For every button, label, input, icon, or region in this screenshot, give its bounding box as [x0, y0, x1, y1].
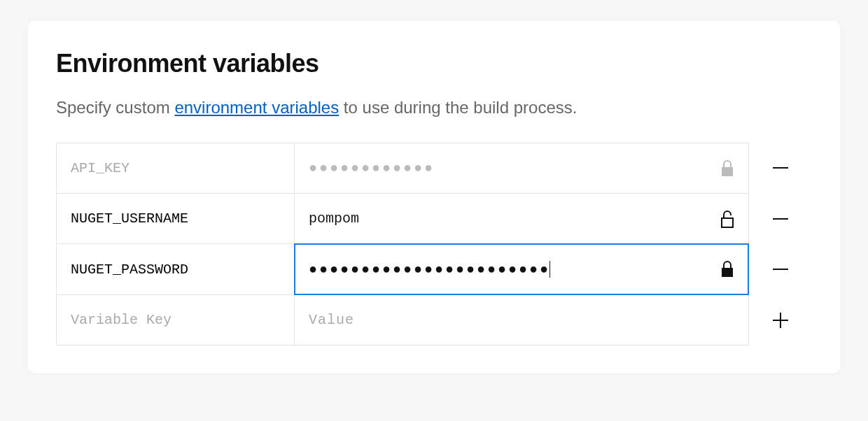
svg-rect-2: [722, 268, 733, 277]
env-vars-table: API_KEY ●●●●●●●●●●●● NUGET_USERNAME pomp…: [56, 143, 749, 345]
var-value-input[interactable]: ●●●●●●●●●●●●●●●●●●●●●●●: [295, 244, 748, 294]
env-vars-table-wrap: API_KEY ●●●●●●●●●●●● NUGET_USERNAME pomp…: [56, 143, 812, 345]
var-key-input[interactable]: NUGET_PASSWORD: [57, 244, 295, 294]
plus-icon: [771, 311, 790, 329]
add-row-button[interactable]: [749, 295, 812, 346]
var-value-input[interactable]: Value: [295, 295, 748, 345]
svg-rect-1: [722, 218, 733, 227]
section-description: Specify custom environment variables to …: [56, 98, 812, 117]
var-value-input[interactable]: pompom: [295, 194, 748, 243]
description-suffix: to use during the build process.: [339, 98, 577, 117]
var-key-input[interactable]: API_KEY: [57, 143, 295, 193]
var-value-display: ●●●●●●●●●●●●: [295, 143, 706, 193]
remove-row-button[interactable]: [749, 143, 812, 194]
env-vars-doc-link[interactable]: environment variables: [174, 98, 339, 117]
minus-icon: [771, 260, 790, 278]
svg-rect-0: [722, 167, 733, 176]
var-value-placeholder: Value: [295, 295, 706, 345]
remove-row-button[interactable]: [749, 244, 812, 295]
text-cursor: [550, 261, 550, 278]
lock-toggle[interactable]: [706, 260, 748, 278]
lock-icon: [719, 159, 736, 178]
description-prefix: Specify custom: [56, 98, 174, 117]
unlock-icon: [719, 209, 736, 229]
var-key-input[interactable]: Variable Key: [57, 295, 295, 345]
var-value-display: pompom: [295, 194, 706, 243]
table-row: Variable Key Value: [57, 295, 748, 345]
var-value-input[interactable]: ●●●●●●●●●●●●: [295, 143, 748, 193]
minus-icon: [771, 159, 790, 177]
table-row: NUGET_PASSWORD ●●●●●●●●●●●●●●●●●●●●●●●: [57, 244, 748, 295]
var-value-display: ●●●●●●●●●●●●●●●●●●●●●●●: [295, 244, 706, 294]
env-vars-card: Environment variables Specify custom env…: [28, 21, 840, 373]
lock-toggle: [706, 159, 748, 178]
table-row: NUGET_USERNAME pompom: [57, 194, 748, 244]
lock-icon: [719, 260, 736, 278]
minus-icon: [771, 210, 790, 228]
table-row: API_KEY ●●●●●●●●●●●●: [57, 143, 748, 194]
row-actions: [749, 143, 812, 345]
remove-row-button[interactable]: [749, 194, 812, 245]
lock-toggle[interactable]: [706, 209, 748, 229]
section-title: Environment variables: [56, 49, 812, 78]
var-key-input[interactable]: NUGET_USERNAME: [57, 194, 295, 243]
